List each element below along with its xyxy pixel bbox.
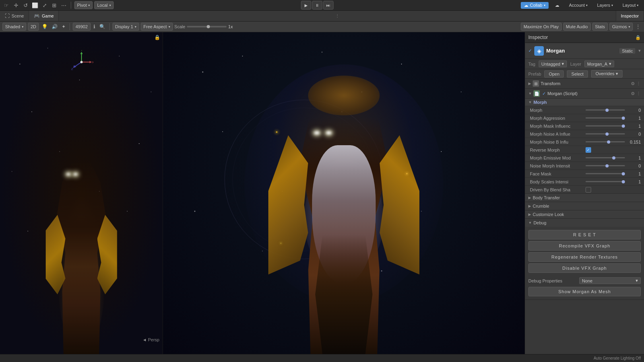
morph-emissive-label: Morph Emissive Mod <box>530 156 586 160</box>
tab-scene[interactable]: ⛶ Scene <box>0 11 29 21</box>
regenerate-button[interactable]: Regenerate Render Textures <box>528 252 641 262</box>
svg-point-21 <box>80 61 83 63</box>
layout-label: Layout <box>623 3 636 8</box>
dim-dropdown[interactable]: 2D <box>28 23 39 31</box>
debug-properties-label: Debug Properties <box>528 278 576 283</box>
maximize-button[interactable]: Maximize On Play <box>521 23 562 31</box>
local-dropdown[interactable]: Local ▾ <box>94 1 113 9</box>
script-more[interactable]: ⋮ <box>636 91 641 96</box>
scale-control: Scale 1x <box>175 24 233 29</box>
collab-button[interactable]: ☁ Collab ▾ <box>521 2 549 9</box>
morph-mask-value: 1 <box>627 124 641 128</box>
prop-morph-aggression: Morph Aggression 1 <box>525 114 644 122</box>
viewport-split: Y X Z ◄ Persp <box>0 32 525 354</box>
inspector-lock-icon[interactable]: 🔒 <box>635 35 641 40</box>
grid-icon[interactable]: ⊞ <box>50 1 58 9</box>
layers-button[interactable]: Layers ▾ <box>594 2 616 8</box>
cloud-sync-button[interactable]: ☁ <box>552 2 563 9</box>
select-button[interactable]: Select <box>567 70 588 78</box>
disable-vfx-button[interactable]: Disable VFX Graph <box>528 263 641 273</box>
mute-button[interactable]: Mute Audio <box>563 23 591 31</box>
scene-lock-icon[interactable]: 🔒 <box>154 35 160 40</box>
scale-icon[interactable]: ⤢ <box>41 1 48 9</box>
tag-dropdown[interactable]: Untagged ▾ <box>539 60 567 67</box>
account-button[interactable]: Account ▾ <box>566 2 591 8</box>
audio-icon[interactable]: 🔊 <box>50 23 59 30</box>
morph-mask-slider[interactable] <box>586 125 625 127</box>
aspect-dropdown[interactable]: Free Aspect ▾ <box>141 23 173 31</box>
morph-aggression-slider[interactable] <box>586 117 625 119</box>
search-icon[interactable]: 🔍 <box>98 23 107 30</box>
crumble-section[interactable]: ▶ Crumble <box>525 202 644 210</box>
play-button[interactable]: ▶ <box>301 1 311 10</box>
info-icon[interactable]: ℹ <box>92 23 97 30</box>
morph-aggression-value-area: 1 <box>586 116 641 121</box>
scale-text: Scale <box>175 24 186 29</box>
script-header[interactable]: ▼ 📄 ✓ Morgan (Script) ⚙ ⋮ <box>525 89 644 98</box>
local-label: Local <box>97 3 107 8</box>
morph-noise-a-slider[interactable] <box>586 133 625 134</box>
morph-mask-value-area: 1 <box>586 124 641 128</box>
scene-viewport[interactable]: Y X Z ◄ Persp <box>0 32 163 354</box>
static-dropdown[interactable]: ▾ <box>638 48 641 53</box>
game-viewport[interactable] <box>163 32 525 354</box>
svg-point-34 <box>322 52 322 53</box>
transform-more[interactable]: ⋮ <box>636 81 641 86</box>
overrides-button[interactable]: Overrides ▾ <box>591 70 623 78</box>
customize-look-section[interactable]: ▶ Customize Look <box>525 210 644 218</box>
light-icon[interactable]: 💡 <box>41 23 49 30</box>
more-icon[interactable]: ⋯ <box>60 1 68 9</box>
inspector-scroll[interactable]: ▶ ⊞ Transform ⚙ ⋮ ▼ 📄 ✓ Morgan (Script) <box>525 79 644 354</box>
rect-icon[interactable]: ⬜ <box>31 1 39 9</box>
scene-toolbar: Shaded ▾ 2D 💡 🔊 ✦ 49902 ℹ 🔍 Display 1 ▾ … <box>0 21 644 32</box>
debug-none-dropdown[interactable]: None ▾ <box>579 277 641 284</box>
morph-noise-a-value-area: 0 <box>586 132 641 136</box>
shaded-label: Shaded <box>5 24 20 29</box>
scale-slider[interactable] <box>187 26 227 27</box>
pivot-dropdown[interactable]: Pivot ▾ <box>74 1 93 9</box>
reverse-morph-checkbox[interactable]: ✓ <box>586 147 591 153</box>
recompile-button[interactable]: Recompile VFX Graph <box>528 241 641 251</box>
stats-button[interactable]: Stats <box>592 23 608 31</box>
pause-button[interactable]: ⏸ <box>312 1 322 10</box>
viewport-area: Y X Z ◄ Persp <box>0 32 525 354</box>
top-toolbar: ☞ ✛ ↺ ⬜ ⤢ ⊞ ⋯ Pivot ▾ Local ▾ ▶ ⏸ ⏭ ☁ Co… <box>0 0 644 11</box>
step-button[interactable]: ⏭ <box>323 1 334 10</box>
face-mask-slider[interactable] <box>586 173 625 174</box>
prop-morph-noise-b: Morph Noise B Influ 0.151 <box>525 138 644 146</box>
noise-morph-slider[interactable] <box>586 165 625 166</box>
debug-section[interactable]: ▼ Debug <box>525 218 644 227</box>
morph-emissive-value-area: 1 <box>586 156 641 160</box>
cloud-icon: ☁ <box>524 3 528 8</box>
morph-slider[interactable] <box>586 109 625 111</box>
fx-icon[interactable]: ✦ <box>60 23 67 30</box>
tab-more[interactable]: ⋮ <box>332 14 343 19</box>
move-icon[interactable]: ✛ <box>12 1 20 9</box>
tab-game[interactable]: 🎮 Game <box>29 11 59 21</box>
pivot-label: Pivot <box>77 3 87 8</box>
display-dropdown[interactable]: Display 1 ▾ <box>113 23 139 31</box>
morph-emissive-slider[interactable] <box>586 157 625 158</box>
refresh-icon[interactable]: ↺ <box>21 1 29 9</box>
show-morgan-button[interactable]: Show Morgan As Mesh <box>528 287 641 296</box>
mute-label: Mute Audio <box>566 24 588 29</box>
layout-button[interactable]: Layout ▾ <box>619 2 642 8</box>
tab-inspector[interactable]: Inspector <box>616 11 644 21</box>
transform-header[interactable]: ▶ ⊞ Transform ⚙ ⋮ <box>525 79 644 88</box>
body-transfer-section[interactable]: ▶ Body Transfer <box>525 193 644 202</box>
morph-section-header[interactable]: ▼ Morph <box>525 98 644 106</box>
shaded-dropdown[interactable]: Shaded ▾ <box>2 23 26 31</box>
body-scales-slider[interactable] <box>586 181 625 182</box>
transform-settings[interactable]: ⚙ <box>631 81 635 86</box>
hand-icon[interactable]: ☞ <box>2 1 10 9</box>
toolbar-more[interactable]: ⋮ <box>634 23 642 30</box>
gizmos-button[interactable]: Gizmos ▾ <box>609 23 633 31</box>
layer-dropdown[interactable]: Morgan_A ▾ <box>584 60 614 67</box>
morph-noise-b-slider[interactable] <box>586 141 625 142</box>
driven-blend-checkbox[interactable] <box>586 187 591 193</box>
open-button[interactable]: Open <box>544 70 564 78</box>
reset-button[interactable]: R E S E T <box>528 230 641 239</box>
active-checkbox[interactable]: ✓ <box>528 48 532 53</box>
script-settings[interactable]: ⚙ <box>631 91 635 96</box>
script-active-check[interactable]: ✓ <box>542 91 546 96</box>
